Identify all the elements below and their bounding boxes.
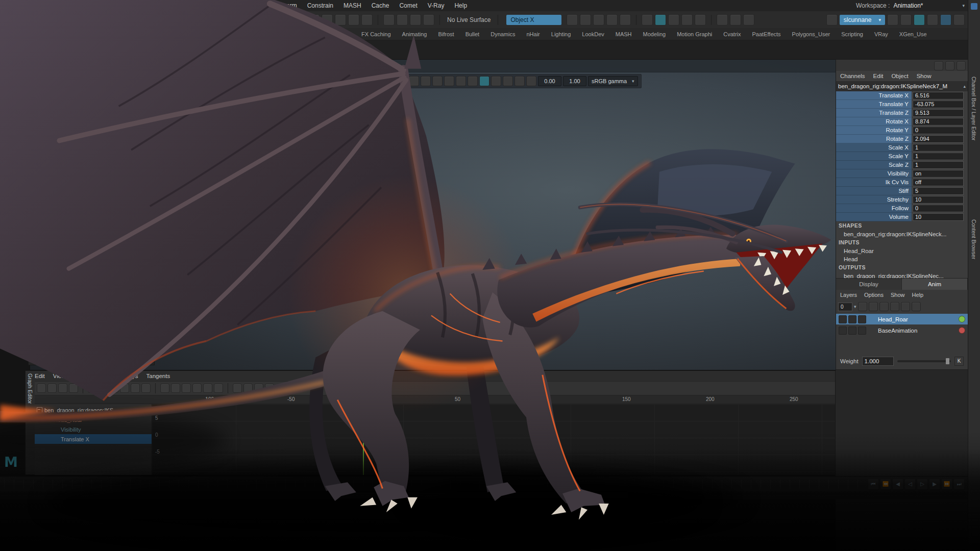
scroll-up-icon[interactable]: ▴ [963,84,966,89]
snap-curve-icon[interactable] [580,14,591,26]
channel-row[interactable]: Rotate X 8.874 [836,117,968,126]
weight-slider-thumb[interactable] [946,358,949,364]
graph-outliner-item[interactable]: Head_Roar [35,415,152,424]
shelf-tab[interactable]: Animating [402,31,427,37]
shelf-tab[interactable]: MASH [616,31,632,37]
sidebar-vertical-tab[interactable]: Content Browser [971,219,977,259]
viewport-panel[interactable]: 0.00 1.00 sRGB gamma ▾ [30,59,836,370]
playback-button[interactable]: ◀ [892,479,903,490]
graph-curve-area[interactable]: 50-5 [152,404,835,475]
time-slider[interactable]: ⏮⏪◀◁▷▶⏩⏭ [0,476,980,492]
graph-toolbar-icon[interactable] [182,384,191,393]
channel-value-field[interactable]: 0 [913,127,964,134]
layer-editor-tab[interactable]: Display [836,279,902,290]
select-tool-icon[interactable] [348,14,359,26]
select-camera-icon[interactable] [397,76,407,86]
shelf-tab[interactable]: VRay [874,31,888,37]
show-manipulator-icon[interactable] [957,61,966,70]
lock-camera-icon[interactable] [409,76,419,86]
undo-icon[interactable] [322,14,333,26]
shelf-tab[interactable]: Bullet [465,31,480,37]
current-frame-field[interactable] [365,383,381,393]
attribute-editor-icon[interactable] [914,14,925,26]
graph-toolbar-icon[interactable] [58,384,67,393]
range-bar[interactable] [333,492,628,498]
channel-row[interactable]: Translate X 6.516 [836,91,968,100]
snap-point-icon[interactable] [593,14,604,26]
graph-outliner-item[interactable]: Visibility [35,424,152,434]
channel-value-field[interactable]: off [913,179,964,186]
menu-item[interactable]: orm [282,1,302,11]
shadows-icon[interactable] [514,76,525,86]
layer-editor-tab[interactable]: Anim [902,279,968,290]
channel-row[interactable]: Rotate Z 2.094 [836,135,968,143]
make-live-icon[interactable] [642,14,653,26]
key-weight-button[interactable]: K [954,357,964,366]
channel-key-icon[interactable] [945,61,954,70]
graph-toolbar-icon[interactable] [99,384,108,393]
expand-icon[interactable] [37,407,42,413]
sync-icon[interactable] [717,14,728,26]
graph-toolbar-icon[interactable] [47,384,57,393]
channel-value-field[interactable]: 0 [913,205,964,212]
graph-editor-menu[interactable]: Select [74,373,90,379]
move-layer-down-icon[interactable] [890,302,899,311]
channel-name[interactable]: Rotate Z [836,135,912,143]
graph-toolbar-icon[interactable] [37,384,46,393]
channel-name[interactable]: Rotate X [836,117,912,126]
graph-toolbar-icon[interactable] [160,384,169,393]
modeling-toolkit-icon[interactable] [887,14,898,26]
channel-box-menu[interactable]: Object [891,73,908,79]
wireframe-icon[interactable] [468,76,478,86]
channel-name[interactable]: Scale Z [836,161,912,169]
channel-row[interactable]: Visibility on [836,169,968,178]
channel-name[interactable]: Scale X [836,143,912,152]
camera-attributes-icon[interactable] [421,76,431,86]
shelf-tab[interactable]: Lighting [551,31,571,37]
graph-toolbar-icon[interactable] [243,384,253,393]
workspace-selector[interactable]: Workspace : Animation* ▾ [856,2,965,9]
graph-editor-menu[interactable]: View [53,373,66,379]
channel-row[interactable]: Scale Y 1 [836,152,968,161]
channel-name[interactable]: Translate Z [836,109,912,117]
layer-solo-icon[interactable] [848,315,856,323]
channel-name[interactable]: Ik Cv Vis [836,178,912,187]
view-transform-select[interactable]: sRGB gamma ▾ [588,76,638,86]
layer-filter-field[interactable]: 0 [838,303,852,311]
channel-name[interactable]: Stiff [836,187,912,195]
user-menu-field[interactable]: slcunnane ▾ [840,15,885,25]
shelf-tab[interactable]: Scripting [841,31,863,37]
shelf-tab[interactable]: nHair [526,31,540,37]
channel-name[interactable]: Stretchy [836,195,912,204]
shelf-tab[interactable]: Bifrost [438,31,454,37]
menu-item[interactable]: Cache [367,1,394,11]
channel-box-menu[interactable]: Edit [873,73,884,79]
channel-row[interactable]: Rotate Y 0 [836,126,968,135]
animation-layer-row[interactable]: Head_Roar [836,314,968,324]
range-slider[interactable] [0,491,980,499]
anim-evaluation-icon[interactable] [730,14,741,26]
graph-editor-menu[interactable]: Edit [35,373,45,379]
layer-editor-menu[interactable]: Help [912,292,923,298]
channel-row[interactable]: Volume 10 [836,213,968,221]
playblast-icon[interactable] [743,14,754,26]
graph-editor-vertical-label[interactable]: Graph Editor [27,373,33,404]
channel-name[interactable]: Scale Y [836,152,912,161]
playback-button[interactable]: ▶ [929,479,940,490]
history-icon[interactable] [826,14,838,26]
shelf-tab[interactable]: Motion Graphi [677,31,712,37]
zero-weight-layer-icon[interactable] [912,302,921,311]
graph-editor-menu[interactable]: Curves [99,373,117,379]
channel-box-menu[interactable]: Channels [840,73,865,79]
channel-row[interactable]: Stretchy 10 [836,195,968,204]
hierarchy-mode-icon[interactable] [383,14,395,26]
channel-value-field[interactable]: 1 [913,161,964,169]
move-layer-up-icon[interactable] [879,302,889,311]
scrollbar-thumb[interactable] [58,358,119,364]
channel-row[interactable]: Follow 0 [836,204,968,213]
redo-icon[interactable] [335,14,346,26]
current-time-marker[interactable] [363,404,364,475]
layer-editor-menu[interactable]: Layers [840,292,857,298]
lasso-tool-icon[interactable] [361,14,373,26]
layer-lock-icon[interactable] [858,327,866,335]
